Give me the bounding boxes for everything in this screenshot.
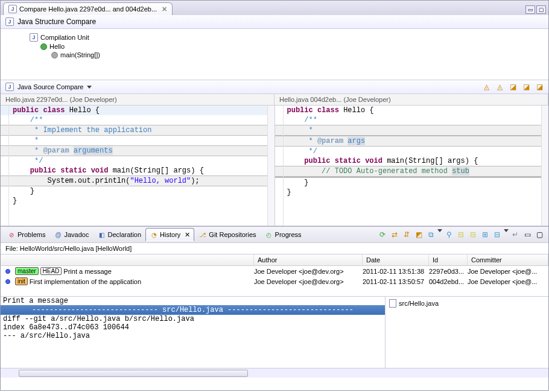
tag-badge: init xyxy=(15,277,28,285)
commit-dot-icon xyxy=(5,269,10,274)
prev-diff-button[interactable]: ◪ xyxy=(534,81,545,92)
dropdown-icon[interactable] xyxy=(504,229,509,232)
class-icon xyxy=(40,43,47,50)
history-row[interactable]: initFirst implementation of the applicat… xyxy=(1,276,548,286)
horizontal-scrollbar[interactable] xyxy=(1,368,548,378)
tree-class[interactable]: Hello xyxy=(30,42,546,51)
method-icon xyxy=(51,52,58,58)
left-source-pane[interactable]: public class Hello { /** * Implement the… xyxy=(1,106,275,226)
col-blank[interactable] xyxy=(1,254,254,265)
tab-title: Compare Hello.java 2297e0d... and 004d2e… xyxy=(19,5,157,13)
copy-all-right-button[interactable]: ◬ xyxy=(494,81,505,92)
compare-tab[interactable]: J Compare Hello.java 2297e0d... and 004d… xyxy=(3,2,173,15)
bottom-tab-bar: ⊘Problems @Javadoc ◧Declaration ◔History… xyxy=(1,226,548,243)
java-icon: J xyxy=(30,33,38,42)
commit-title: Print a message xyxy=(1,297,385,305)
max-button[interactable]: ▢ xyxy=(534,229,545,240)
link-button[interactable]: ⇄ xyxy=(389,229,400,240)
file-icon xyxy=(389,299,396,308)
col-author[interactable]: Author xyxy=(254,254,363,265)
structure-title: Java Structure Compare xyxy=(17,17,96,26)
dropdown-icon[interactable] xyxy=(87,86,92,89)
tab-declaration[interactable]: ◧Declaration xyxy=(93,228,145,241)
col-date[interactable]: Date xyxy=(363,254,429,265)
right-header: Hello.java 004d2eb... (Joe Developer) xyxy=(274,94,548,105)
commit-dot-icon xyxy=(5,279,10,284)
java-icon: J xyxy=(5,17,14,26)
pin-button[interactable]: ⇵ xyxy=(401,229,412,240)
col-id[interactable]: Id xyxy=(429,254,468,265)
file-path: File: HelloWorld/src/Hello.java [HelloWo… xyxy=(1,243,548,254)
tab-history[interactable]: ◔History✕ xyxy=(145,228,194,241)
branch-badge: master xyxy=(15,267,39,275)
left-header: Hello.java 2297e0d... (Joe Developer) xyxy=(1,94,274,105)
structure-compare-header: J Java Structure Compare xyxy=(1,15,548,29)
min-button[interactable]: ▭ xyxy=(522,229,533,240)
col-committer[interactable]: Committer xyxy=(468,254,548,265)
copy-left-button[interactable]: ◪ xyxy=(507,81,518,92)
java-icon: J xyxy=(5,83,14,91)
compare-button[interactable]: ⧉ xyxy=(425,229,436,240)
refresh-button[interactable]: ⟳ xyxy=(377,229,388,240)
dropdown-icon[interactable] xyxy=(437,229,442,232)
next-diff-button[interactable]: ◪ xyxy=(521,81,532,92)
layout2-button[interactable]: ⊟ xyxy=(492,229,503,240)
tab-git[interactable]: ⎇Git Repositories xyxy=(194,228,260,241)
tab-javadoc[interactable]: @Javadoc xyxy=(49,228,93,241)
tab-problems[interactable]: ⊘Problems xyxy=(3,228,49,241)
wrap-button[interactable]: ↵ xyxy=(510,229,521,240)
maximize-button[interactable]: ▢ xyxy=(536,5,546,14)
source-compare-header: J Java Source Compare ◬ ◬ ◪ ◪ ◪ xyxy=(1,80,548,94)
diff-pane[interactable]: Print a message ------------------------… xyxy=(1,297,386,368)
minimize-button[interactable]: ▭ xyxy=(525,5,535,14)
right-source-pane[interactable]: public class Hello { /** * * @param args… xyxy=(275,106,549,226)
tab-progress[interactable]: ◴Progress xyxy=(261,228,306,241)
db-button[interactable]: ⊟ xyxy=(455,229,466,240)
tree-method[interactable]: main(String[]) xyxy=(30,51,546,59)
scrollbar-thumb[interactable] xyxy=(19,370,248,377)
source-title: Java Source Compare xyxy=(17,83,83,90)
find-button[interactable]: ⚲ xyxy=(443,229,454,240)
history-table[interactable]: Author Date Id Committer masterHEADPrint… xyxy=(1,254,548,297)
db2-button[interactable]: ⊟ xyxy=(468,229,478,240)
file-item[interactable]: src/Hello.java xyxy=(389,299,545,308)
close-icon[interactable]: ✕ xyxy=(162,5,167,13)
head-badge: HEAD xyxy=(40,267,62,275)
diff-file-header: ----------------------------- src/Hello.… xyxy=(1,305,385,315)
close-icon[interactable]: ✕ xyxy=(185,231,190,239)
layout-button[interactable]: ⊞ xyxy=(480,229,490,240)
structure-tree[interactable]: J Compilation Unit Hello main(String[]) xyxy=(1,29,548,80)
filter-button[interactable]: ◩ xyxy=(413,229,424,240)
editor-tab-bar: J Compare Hello.java 2297e0d... and 004d… xyxy=(1,1,548,15)
java-icon: J xyxy=(8,5,17,13)
copy-all-left-button[interactable]: ◬ xyxy=(481,81,492,92)
tree-root[interactable]: J Compilation Unit xyxy=(30,33,546,42)
changed-files-list[interactable]: src/Hello.java xyxy=(386,297,548,368)
history-row[interactable]: masterHEADPrint a message Joe Developer … xyxy=(1,266,548,276)
